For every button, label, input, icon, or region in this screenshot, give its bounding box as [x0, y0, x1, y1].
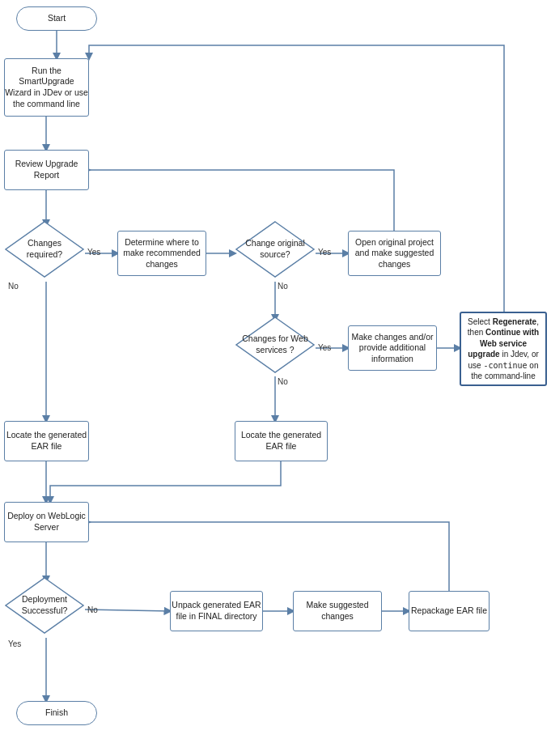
start-node: Start [16, 6, 97, 31]
determine-where-node: Determine where to make recommended chan… [117, 231, 206, 276]
deployment-yes-label: Yes [8, 639, 21, 648]
changes-web-yes-label: Yes [318, 343, 331, 352]
change-original-no-label: No [278, 282, 288, 291]
finish-node: Finish [16, 701, 97, 725]
changes-required-yes-label: Yes [87, 248, 100, 257]
locate-ear-left-node: Locate the generated EAR file [4, 421, 89, 461]
locate-ear-right-node: Locate the generated EAR file [235, 421, 328, 461]
changes-web-node: Changes for Web services ? [235, 316, 316, 374]
run-wizard-node: Run the SmartUpgrade Wizard in JDev or u… [4, 58, 89, 117]
changes-required-no-label: No [8, 282, 19, 291]
make-changes-node: Make changes and/or provide additional i… [348, 325, 437, 371]
deployment-no-label: No [87, 605, 98, 614]
changes-web-no-label: No [278, 377, 288, 386]
repackage-node: Repackage EAR file [409, 591, 490, 631]
deployment-successful-node: Deployment Successful? [4, 576, 85, 635]
review-report-node: Review Upgrade Report [4, 150, 89, 190]
change-original-yes-label: Yes [318, 248, 331, 257]
open-project-node: Open original project and make suggested… [348, 231, 441, 276]
flowchart-diagram: Start Run the SmartUpgrade Wizard in JDe… [0, 0, 551, 756]
changes-required-node: Changes required? [4, 220, 85, 278]
unpack-ear-node: Unpack generated EAR file in FINAL direc… [170, 591, 263, 631]
change-original-source-node: Change original source? [235, 220, 316, 278]
make-suggested-node: Make suggested changes [293, 591, 382, 631]
select-regenerate-node: Select Regenerate, then Continue with We… [460, 312, 547, 386]
deploy-node: Deploy on WebLogic Server [4, 502, 89, 542]
